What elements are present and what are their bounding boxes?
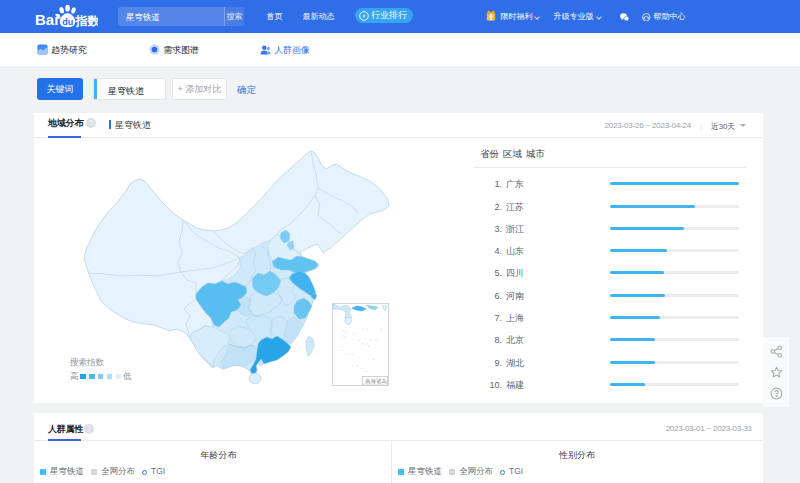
svg-text:Bai: Bai [35, 11, 58, 28]
svg-text:指数: 指数 [75, 14, 99, 28]
svg-text:南海诸岛: 南海诸岛 [365, 378, 387, 385]
svg-text:du: du [62, 17, 73, 27]
